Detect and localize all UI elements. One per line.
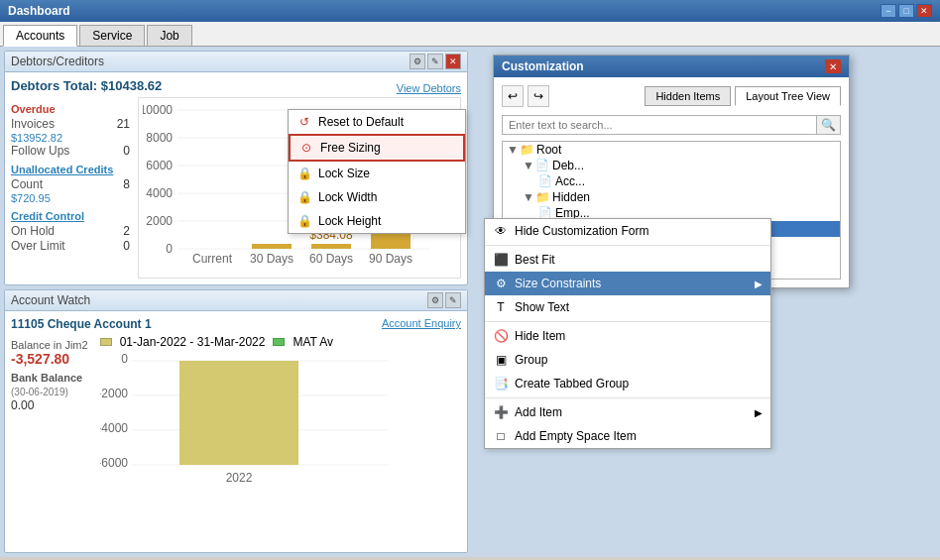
dialog-close-button[interactable]: ✕	[825, 59, 841, 73]
debtors-total: Debtors Total: $10438.62	[11, 78, 162, 93]
sub-free-sizing[interactable]: ⊙ Free Sizing	[289, 134, 465, 162]
dialog-title-text: Customization	[502, 59, 584, 73]
invoices-label: Invoices	[11, 117, 55, 131]
sub-reset-default[interactable]: ↺ Reset to Default	[289, 110, 465, 134]
unallocated-label[interactable]: Unallocated Credits	[11, 164, 130, 175]
ctx-hide-customization[interactable]: 👁 Hide Customization Form	[485, 219, 770, 243]
debtors-settings-icon[interactable]: ⚙	[410, 54, 425, 69]
hidden-items-tab[interactable]: Hidden Items	[645, 86, 731, 106]
over-limit-row: Over Limit 0	[11, 239, 130, 253]
tree-item-accounts[interactable]: 📄 Acc...	[503, 173, 840, 189]
ctx-create-tabbed[interactable]: 📑 Create Tabbed Group	[485, 372, 770, 395]
count-value: 8	[123, 177, 130, 191]
followups-row: Follow Ups 0	[11, 144, 130, 158]
reset-icon: ↺	[296, 114, 312, 130]
debtors-edit-icon[interactable]: ✎	[427, 54, 443, 69]
bank-date: (30-06-2019)	[11, 387, 68, 397]
submenu-arrow: ▶	[755, 279, 763, 289]
on-hold-count: 2	[123, 224, 130, 238]
svg-text:2022: 2022	[225, 471, 252, 485]
group-icon: ▣	[493, 352, 509, 368]
redo-button[interactable]: ↪	[528, 85, 549, 107]
on-hold-row: On Hold 2	[11, 224, 130, 238]
expand-debtors: ▼	[523, 159, 532, 172]
close-button[interactable]: ✕	[916, 4, 932, 18]
svg-text:4000: 4000	[146, 186, 173, 200]
tree-label-root: Root	[536, 143, 561, 157]
ctx-add-empty[interactable]: □ Add Empty Space Item	[485, 424, 770, 448]
sub-lock-height[interactable]: 🔒 Lock Height	[289, 209, 465, 233]
undo-button[interactable]: ↩	[502, 85, 524, 107]
account-header-icons: ⚙ ✎	[427, 292, 461, 308]
dialog-title-bar: Customization ✕	[494, 56, 849, 77]
ctx-group[interactable]: ▣ Group	[485, 348, 770, 372]
ctx-size-constraints[interactable]: ⚙ Size Constraints ▶	[485, 272, 770, 295]
count-label: Count	[11, 177, 43, 191]
tab-service[interactable]: Service	[79, 25, 145, 46]
svg-text:10000: 10000	[143, 103, 173, 117]
maximize-button[interactable]: □	[898, 4, 914, 18]
ctx-add-empty-label: Add Empty Space Item	[515, 429, 637, 443]
tree-label-hidden: Hidden	[552, 190, 590, 204]
tab-accounts[interactable]: Accounts	[3, 25, 77, 47]
sub-lock-width-label: Lock Width	[318, 190, 377, 204]
ctx-add-item[interactable]: ➕ Add Item ▶	[485, 400, 770, 424]
account-body: 11105 Cheque Account 1 Account Enquiry B…	[5, 311, 467, 501]
account-chart-area: 01-Jan-2022 - 31-Mar-2022 MAT Av 0 -2000…	[100, 335, 461, 495]
over-limit-count: 0	[123, 239, 130, 253]
ctx-hide-item-label: Hide Item	[515, 329, 565, 343]
ctx-group-label: Group	[515, 353, 547, 367]
balance-section: Balance in Jim2 -3,527.80 Bank Balance (…	[11, 335, 88, 495]
svg-text:-6000: -6000	[100, 456, 128, 470]
balance-value: -3,527.80	[11, 351, 88, 367]
tab-job[interactable]: Job	[147, 25, 191, 46]
minimize-button[interactable]: −	[881, 4, 896, 18]
account-enquiry-link[interactable]: Account Enquiry	[382, 317, 461, 331]
bank-label: Bank Balance	[11, 372, 82, 384]
layout-tree-tab[interactable]: Layout Tree View	[735, 86, 841, 106]
tree-item-hidden[interactable]: ▼ 📁 Hidden	[503, 189, 840, 205]
svg-text:Current: Current	[192, 252, 233, 266]
ctx-best-fit[interactable]: ⬛ Best Fit	[485, 248, 770, 272]
debtors-header: Debtors/Creditors ⚙ ✎ ✕	[5, 52, 467, 72]
followups-label: Follow Ups	[11, 144, 69, 158]
item-icon-debtors: 📄	[535, 159, 549, 172]
sub-lock-size-label: Lock Size	[318, 167, 370, 180]
overdue-label: Overdue	[11, 103, 130, 115]
account-header: Account Watch ⚙ ✎	[5, 290, 467, 311]
search-input[interactable]	[502, 115, 817, 135]
svg-rect-30	[179, 361, 298, 465]
sub-lock-size[interactable]: 🔒 Lock Size	[289, 162, 465, 185]
lock-width-icon: 🔒	[296, 189, 312, 205]
ctx-separator-2	[485, 321, 770, 322]
account-settings-icon[interactable]: ⚙	[427, 292, 443, 308]
window-title: Dashboard	[8, 4, 70, 18]
bank-value: 0.00	[11, 398, 34, 412]
account-chart-svg: 0 -2000 -4000 -6000 2022	[100, 353, 398, 492]
legend-color-1	[100, 338, 112, 346]
account-edit-icon[interactable]: ✎	[445, 292, 461, 308]
ctx-hide-customization-label: Hide Customization Form	[515, 224, 648, 238]
tree-item-debtors[interactable]: ▼ 📄 Deb...	[503, 158, 840, 173]
main-tab-bar: Accounts Service Job	[0, 22, 940, 47]
tab-group-icon: 📑	[493, 376, 509, 392]
dialog-toolbar: ↩ ↪ Hidden Items Layout Tree View	[502, 85, 841, 107]
view-debtors-link[interactable]: View Debtors	[397, 82, 461, 94]
svg-text:-2000: -2000	[100, 387, 128, 400]
space-icon: □	[493, 428, 509, 444]
followups-count: 0	[123, 144, 130, 158]
text-icon: T	[493, 299, 509, 315]
tree-item-root[interactable]: ▼ 📁 Root	[503, 142, 840, 158]
sub-lock-width[interactable]: 🔒 Lock Width	[289, 185, 465, 209]
lock-height-icon: 🔒	[296, 213, 312, 229]
svg-rect-13	[252, 244, 292, 249]
ctx-show-text[interactable]: T Show Text	[485, 295, 770, 319]
hide-icon: 🚫	[493, 328, 509, 344]
search-button[interactable]: 🔍	[817, 115, 841, 135]
debtors-close-icon[interactable]: ✕	[445, 54, 461, 69]
folder-icon-root: 📁	[520, 143, 533, 157]
ctx-show-text-label: Show Text	[515, 300, 569, 314]
ctx-hide-item[interactable]: 🚫 Hide Item	[485, 324, 770, 348]
credit-control-label[interactable]: Credit Control	[11, 210, 130, 222]
account-header-title: Account Watch	[11, 293, 90, 307]
